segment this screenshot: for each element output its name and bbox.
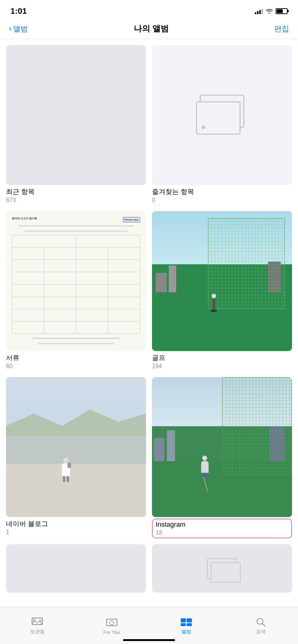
album-item-golf[interactable]: 골프 194 — [152, 211, 292, 370]
partial-thumb-2 — [152, 544, 292, 593]
edit-button[interactable]: 편집 — [274, 24, 289, 34]
rect-front — [196, 101, 241, 135]
album-thumb-naver — [6, 377, 146, 517]
partial-item-1[interactable] — [6, 544, 146, 593]
doc-image: 증여세 신고서 접수증 Homi.tax — [6, 211, 146, 351]
doc-table — [12, 235, 140, 334]
partial-thumb-1 — [6, 544, 146, 593]
album-count-instagram: 18 — [156, 529, 288, 536]
instagram-image — [152, 377, 292, 517]
partial-item-2 — [152, 544, 292, 593]
placeholder-stack — [196, 95, 248, 136]
svg-rect-5 — [181, 623, 186, 626]
wifi-icon — [266, 9, 273, 14]
album-name-golf: 골프 — [152, 353, 292, 362]
album-name-documents: 서류 — [6, 353, 146, 362]
doc-header: 증여세 신고서 접수증 Homi.tax — [12, 217, 140, 222]
golf-image — [152, 211, 292, 351]
album-name-instagram: Instagram — [156, 521, 186, 528]
album-item-recent[interactable]: 최근 항목 673 — [6, 45, 146, 204]
album-name-favorites: 즐겨찾는 항목 — [152, 187, 292, 196]
home-indicator — [123, 639, 175, 641]
album-count-recent: 673 — [6, 197, 146, 204]
naver-image — [6, 377, 146, 517]
chevron-left-icon: ‹ — [9, 25, 12, 33]
album-item-instagram[interactable]: Instagram 18 — [152, 377, 292, 538]
tab-library[interactable]: 보관함 — [0, 616, 74, 635]
album-thumb-documents: 증여세 신고서 접수증 Homi.tax — [6, 211, 146, 351]
svg-rect-3 — [181, 618, 186, 622]
tab-search-label: 검색 — [256, 628, 266, 635]
library-icon — [31, 616, 43, 627]
doc-logo: Homi.tax — [123, 217, 140, 222]
page-title: 나의 앨범 — [134, 23, 169, 34]
album-count-favorites: 0 — [152, 197, 292, 204]
album-count-golf: 194 — [152, 363, 292, 370]
album-name-recent: 최근 항목 — [6, 187, 146, 196]
album-thumb-instagram — [152, 377, 292, 517]
album-thumb-recent — [6, 45, 146, 185]
album-thumb-favorites — [152, 45, 292, 185]
tab-albums-label: 앨범 — [181, 628, 191, 635]
tab-search[interactable]: 검색 — [224, 616, 298, 635]
signal-icon — [255, 8, 263, 14]
placeholder-dot — [202, 125, 205, 129]
foryou-icon — [106, 618, 118, 628]
battery-icon — [276, 8, 288, 14]
album-count-documents: 60 — [6, 363, 146, 370]
album-item-documents[interactable]: 증여세 신고서 접수증 Homi.tax 서류 — [6, 211, 146, 370]
status-time: 1:01 — [10, 6, 27, 16]
tab-foryou[interactable]: For You — [74, 618, 149, 635]
album-item-favorites[interactable]: 즐겨찾는 항목 0 — [152, 45, 292, 204]
album-item-naver[interactable]: 네이버 블로그 1 — [6, 377, 146, 538]
back-button[interactable]: ‹ 앨범 — [9, 24, 28, 34]
partial-row — [0, 544, 298, 593]
svg-rect-6 — [187, 623, 192, 626]
instagram-highlight-box: Instagram 18 — [152, 519, 292, 538]
status-bar: 1:01 — [0, 0, 298, 20]
tab-library-label: 보관함 — [30, 628, 45, 635]
album-count-naver: 1 — [6, 529, 146, 536]
tab-albums[interactable]: 앨범 — [149, 616, 224, 635]
svg-line-8 — [262, 624, 265, 626]
albums-icon — [180, 616, 192, 627]
svg-rect-4 — [187, 618, 192, 622]
search-icon — [255, 616, 267, 627]
nav-bar: ‹ 앨범 나의 앨범 편집 — [0, 20, 298, 39]
back-label: 앨범 — [13, 24, 28, 34]
album-grid: 최근 항목 673 즐겨찾는 항목 0 증여세 신고서 접수증 Homi.tax — [0, 39, 298, 544]
album-name-naver: 네이버 블로그 — [6, 519, 146, 528]
tab-bar: 보관함 For You 앨범 검색 — [0, 607, 298, 644]
album-thumb-golf — [152, 211, 292, 351]
tab-foryou-label: For You — [104, 629, 120, 635]
status-icons — [255, 8, 288, 14]
